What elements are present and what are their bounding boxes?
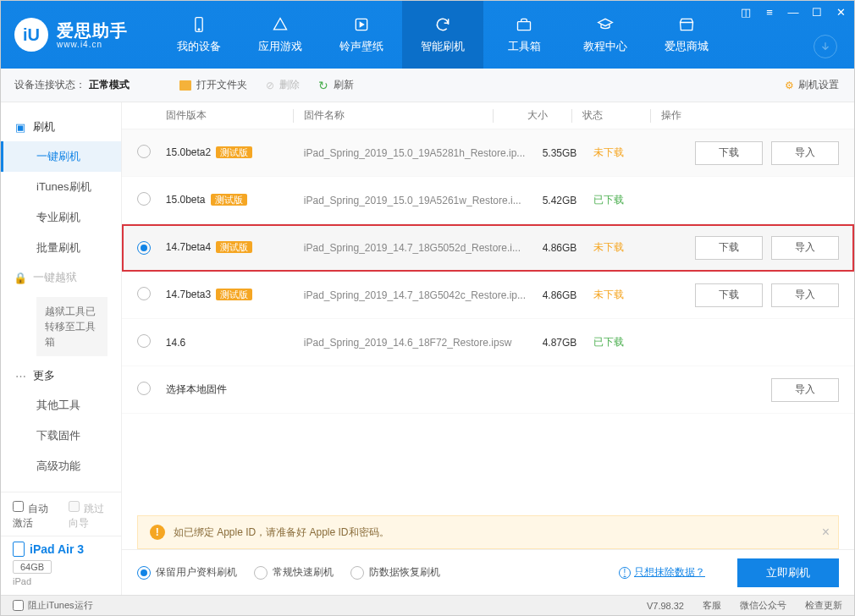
firmware-status: 未下载 [593,288,661,302]
device-capacity: 64GB [13,560,52,574]
table-row[interactable]: 15.0beta2测试版iPad_Spring_2019_15.0_19A528… [122,129,854,177]
firmware-name: iPad_Spring_2019_14.6_18F72_Restore.ipsw [304,337,526,349]
option-normal[interactable]: 常规快速刷机 [254,565,334,580]
row-radio[interactable] [137,334,151,348]
row-action-button[interactable]: 下载 [695,141,763,165]
column-name: 固件名称 [304,108,493,123]
nav-music[interactable]: 铃声壁纸 [321,1,402,69]
main-panel: 固件版本 固件名称 大小 状态 操作 15.0beta2测试版iPad_Spri… [122,102,854,595]
firmware-size: 4.87GB [526,337,593,349]
block-itunes-checkbox[interactable]: 阻止iTunes运行 [13,599,93,612]
row-radio[interactable] [137,287,151,300]
table-row[interactable]: 14.7beta4测试版iPad_Spring_2019_14.7_18G505… [122,224,854,272]
sidebar-item-pro[interactable]: 专业刷机 [1,202,121,233]
toolbox-icon [515,15,533,34]
firmware-version: 14.7beta4 [166,241,211,253]
firmware-size: 5.42GB [526,195,593,206]
footer: 阻止iTunes运行 V7.98.32 客服 微信公众号 检查更新 [1,595,854,615]
maximize-icon[interactable]: ☐ [808,4,825,19]
row-radio[interactable] [137,192,151,206]
row-action-button[interactable]: 导入 [771,236,839,260]
lock-icon: 🔒 [14,272,26,283]
firmware-name: iPad_Spring_2019_15.0_19A5281h_Restore.i… [304,147,526,159]
firmware-name: iPad_Spring_2019_14.7_18G5052d_Restore.i… [304,242,526,254]
wechat-link[interactable]: 微信公众号 [740,599,786,612]
sidebar-group-flash[interactable]: ▣ 刷机 [1,113,121,141]
firmware-name: iPad_Spring_2019_15.0_19A5261w_Restore.i… [304,195,526,206]
column-ops: 操作 [661,108,839,123]
support-link[interactable]: 客服 [703,599,721,612]
theme-icon[interactable]: ◫ [737,4,754,19]
folder-icon [179,80,191,91]
apps-icon [271,15,290,34]
appleid-banner: ! 如已绑定 Apple ID，请准备好 Apple ID和密码。 × [137,515,839,549]
row-radio[interactable] [137,382,151,395]
sidebar-item-othertools[interactable]: 其他工具 [1,390,121,421]
sidebar-item-oneclick[interactable]: 一键刷机 [1,141,121,172]
download-indicator-icon[interactable] [814,35,837,58]
connection-status: 设备连接状态：正常模式 [1,69,164,102]
sidebar-group-more[interactable]: ⋯ 更多 [1,361,121,390]
row-action-button[interactable]: 导入 [771,378,839,402]
auto-activate-checkbox[interactable]: 自动激活 [13,501,53,531]
column-version: 固件版本 [166,108,293,123]
row-radio[interactable] [137,241,151,255]
sidebar-item-advanced[interactable]: 高级功能 [1,451,121,481]
option-antirecover[interactable]: 防数据恢复刷机 [350,565,440,580]
check-update-link[interactable]: 检查更新 [805,599,842,612]
sidebar-bottom: 自动激活 跳过向导 iPad Air 3 64GB iPad [1,492,121,595]
table-row[interactable]: 15.0beta测试版iPad_Spring_2019_15.0_19A5261… [122,177,854,224]
toolbar: 打开文件夹 ⊘ 删除 ↻ 刷新 ⚙ 刷机设置 [164,69,854,102]
more-icon: ⋯ [14,370,26,382]
brand-name: 爱思助手 [57,21,128,40]
logo[interactable]: iU 爱思助手 www.i4.cn [14,18,158,52]
graduate-icon [596,15,615,34]
firmware-status: 未下载 [593,146,661,160]
menu-icon[interactable]: ≡ [761,4,778,19]
table-row[interactable]: 选择本地固件导入 [122,366,854,414]
nav-toolbox[interactable]: 工具箱 [483,1,565,69]
row-action-button[interactable]: 下载 [695,236,763,260]
firmware-version: 14.6 [166,337,185,349]
firmware-size: 4.86GB [526,289,593,301]
row-radio[interactable] [137,145,151,158]
window-controls: ◫ ≡ — ☐ ✕ [737,4,849,19]
close-icon[interactable]: ✕ [832,4,849,19]
nav-graduate[interactable]: 教程中心 [565,1,646,69]
phone-icon [190,15,208,34]
sidebar-item-downloadfw[interactable]: 下载固件 [1,421,121,451]
app-version: V7.98.32 [647,601,684,611]
nav-refresh[interactable]: 智能刷机 [402,1,483,69]
nav-apps[interactable]: 应用游戏 [240,1,321,69]
minimize-icon[interactable]: — [785,4,802,19]
device-info[interactable]: iPad Air 3 64GB iPad [13,542,109,586]
flash-settings-button[interactable]: ⚙ 刷机设置 [785,78,839,92]
beta-badge: 测试版 [216,241,252,253]
table-row[interactable]: 14.7beta3测试版iPad_Spring_2019_14.7_18G504… [122,272,854,319]
svg-rect-3 [518,22,531,30]
row-action-button[interactable]: 导入 [771,141,839,165]
music-icon [352,15,371,34]
beta-badge: 测试版 [216,146,252,158]
sidebar-item-itunes[interactable]: iTunes刷机 [1,172,121,202]
option-keep-data[interactable]: 保留用户资料刷机 [137,565,237,580]
erase-only-link[interactable]: !只想抹除数据？ [619,565,705,580]
row-action-button[interactable]: 下载 [695,283,763,307]
nav-store[interactable]: 爱思商城 [646,1,727,69]
refresh-icon [433,15,452,34]
firmware-size: 4.86GB [526,242,593,254]
flash-icon: ▣ [14,121,26,133]
banner-close-icon[interactable]: × [822,525,830,540]
open-folder-button[interactable]: 打开文件夹 [179,78,247,92]
flash-now-button[interactable]: 立即刷机 [737,558,839,587]
delete-button: ⊘ 删除 [266,78,300,92]
device-type: iPad [13,576,109,586]
skip-guide-checkbox[interactable]: 跳过向导 [69,501,109,531]
sidebar-item-batch[interactable]: 批量刷机 [1,233,121,263]
nav-phone[interactable]: 我的设备 [158,1,240,69]
refresh-button[interactable]: ↻ 刷新 [318,78,354,92]
refresh-icon: ↻ [318,79,328,92]
table-row[interactable]: 14.6iPad_Spring_2019_14.6_18F72_Restore.… [122,319,854,366]
row-action-button[interactable]: 导入 [771,283,839,307]
column-size: 大小 [504,108,571,123]
